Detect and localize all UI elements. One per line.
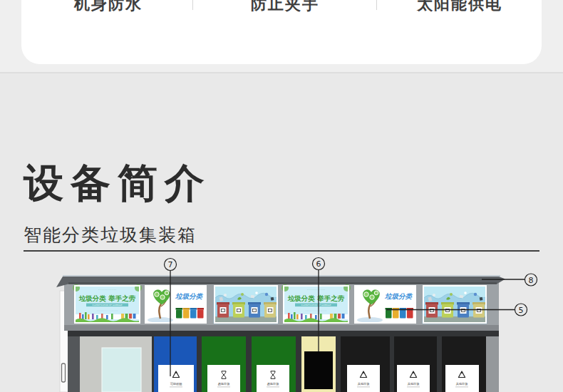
feature-divider xyxy=(192,0,193,10)
door-card xyxy=(158,365,194,392)
door-card xyxy=(347,365,380,392)
callout-5: 5 xyxy=(519,306,524,315)
door-gray-panel xyxy=(80,336,152,392)
frame-right-post xyxy=(486,336,499,392)
door-kitchen-2: 易腐垃圾 xyxy=(252,336,296,392)
frame-left-post xyxy=(68,336,80,392)
feature-solar-power: 太阳能供电 xyxy=(417,0,502,15)
section-subtitle: 智能分类垃圾集装箱 xyxy=(24,223,197,247)
callout-7: 7 xyxy=(168,260,173,269)
title-underline xyxy=(24,250,539,252)
drop-opening xyxy=(304,351,333,389)
frame-divider-bar xyxy=(64,325,499,331)
inspection-window xyxy=(102,348,141,392)
feature-waterproof: 机身防水 xyxy=(74,0,143,15)
poster-tree-1 xyxy=(145,285,207,324)
poster-banner-1 xyxy=(73,284,142,324)
poster-tree-2 xyxy=(354,285,416,324)
door-other-3: 其他垃圾 xyxy=(442,336,486,392)
feature-anti-pinch: 防止夹手 xyxy=(251,0,319,15)
poster-bins-1 xyxy=(214,285,278,324)
door-card-label: 其他垃圾 xyxy=(358,382,371,386)
door-kitchen-1: 易腐垃圾 xyxy=(202,336,246,392)
poster-bins-2 xyxy=(423,285,487,324)
product-detail-page: 机身防水 防止夹手 太阳能供电 设备简介 智能分类垃圾集装箱 xyxy=(0,0,563,392)
door-other-1: 其他垃圾 xyxy=(341,336,390,392)
door-card-label: 其他垃圾 xyxy=(456,382,469,386)
callout-6: 6 xyxy=(316,259,321,269)
container-diagram: · · · · · · · · · · · · 垃圾分类 举手之劳 CLASSI… xyxy=(0,257,563,392)
feature-divider xyxy=(376,0,377,10)
door-card-label: 其他垃圾 xyxy=(408,382,420,386)
door-other-2: 其他垃圾 xyxy=(394,336,437,392)
callout-8: 8 xyxy=(529,276,534,285)
door-card xyxy=(445,365,479,392)
poster-banner-2 xyxy=(282,284,351,324)
section-title: 设备简介 xyxy=(24,163,212,203)
door-card xyxy=(397,365,430,392)
feature-bar: 机身防水 防止夹手 太阳能供电 xyxy=(0,0,563,73)
door-recyclable: 可回收物 xyxy=(154,336,197,392)
equipment-intro-section: 设备简介 智能分类垃圾集装箱 xyxy=(0,73,563,392)
